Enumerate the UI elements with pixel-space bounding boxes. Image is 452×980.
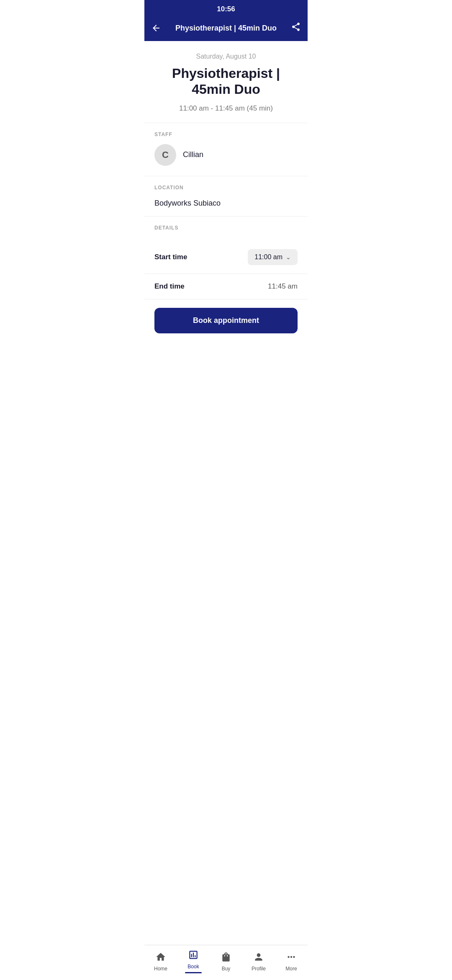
book-icon	[188, 949, 199, 962]
nav-item-profile[interactable]: Profile	[242, 952, 275, 972]
profile-icon	[253, 952, 264, 964]
time-range: 11:00 am - 11:45 am (45 min)	[154, 104, 298, 113]
staff-row: C Cillian	[154, 144, 298, 173]
nav-book-label: Book	[187, 964, 199, 970]
nav-title: Physiotherapist | 45min Duo	[164, 24, 288, 33]
nav-item-more[interactable]: More	[275, 952, 308, 972]
more-icon	[286, 952, 297, 964]
chevron-down-icon: ⌄	[286, 254, 291, 260]
nav-bar: Physiotherapist | 45min Duo	[144, 17, 308, 41]
nav-buy-label: Buy	[222, 966, 231, 972]
nav-profile-label: Profile	[252, 966, 266, 972]
nav-spacer	[144, 340, 308, 378]
nav-item-home[interactable]: Home	[144, 952, 177, 972]
bottom-nav: Home Book Buy Profile	[144, 945, 308, 980]
book-section: Book appointment	[144, 299, 308, 340]
back-icon	[151, 23, 161, 33]
start-time-row: Start time 11:00 am ⌄	[144, 241, 308, 274]
nav-item-buy[interactable]: Buy	[210, 952, 242, 972]
staff-section: STAFF C Cillian	[144, 123, 308, 176]
share-button[interactable]	[291, 22, 301, 34]
start-time-picker[interactable]: 11:00 am ⌄	[248, 249, 298, 265]
start-time-value: 11:00 am	[254, 253, 282, 261]
end-time-label: End time	[154, 282, 185, 291]
end-time-value: 11:45 am	[268, 282, 298, 291]
details-label: DETAILS	[154, 225, 298, 231]
appointment-title: Physiotherapist | 45min Duo	[154, 65, 298, 98]
status-time: 10:56	[217, 5, 235, 13]
end-time-row: End time 11:45 am	[144, 274, 308, 299]
location-label: LOCATION	[154, 185, 298, 191]
back-button[interactable]	[151, 23, 161, 33]
book-appointment-button[interactable]: Book appointment	[154, 308, 298, 333]
home-icon	[155, 952, 166, 964]
staff-avatar: C	[154, 144, 176, 166]
staff-label: STAFF	[154, 132, 298, 137]
details-section: DETAILS	[144, 217, 308, 241]
location-name: Bodyworks Subiaco	[154, 197, 298, 213]
buy-icon	[221, 952, 231, 964]
main-content: Saturday, August 10 Physiotherapist | 45…	[144, 41, 308, 378]
date-label: Saturday, August 10	[154, 53, 298, 60]
book-active-indicator	[185, 972, 202, 973]
location-section: LOCATION Bodyworks Subiaco	[144, 176, 308, 216]
status-bar: 10:56	[144, 0, 308, 17]
start-time-label: Start time	[154, 253, 187, 261]
header-section: Saturday, August 10 Physiotherapist | 45…	[144, 41, 308, 123]
nav-item-book[interactable]: Book	[177, 949, 210, 973]
staff-name: Cillian	[183, 150, 203, 159]
nav-more-label: More	[285, 966, 297, 972]
share-icon	[291, 22, 301, 32]
nav-home-label: Home	[154, 966, 167, 972]
